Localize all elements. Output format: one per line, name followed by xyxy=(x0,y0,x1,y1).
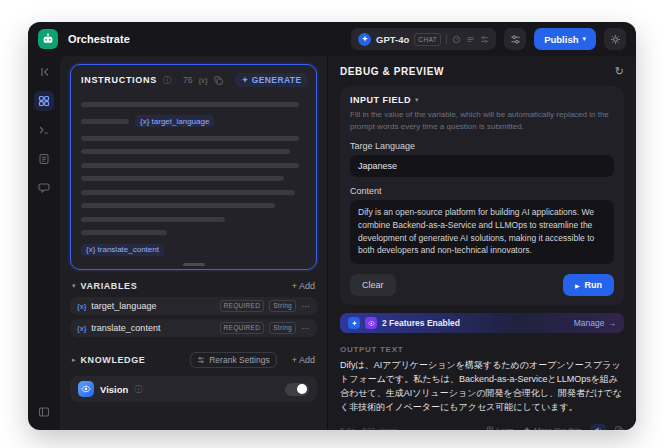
variable-token: {x} xyxy=(86,245,95,254)
logs-button[interactable]: Logs xyxy=(486,426,514,430)
debug-header: DEBUG & PREVIEW ↻ xyxy=(340,56,624,86)
variable-token: {x} xyxy=(140,117,149,126)
sliders-icon xyxy=(510,34,521,45)
model-mode-badge: CHAT xyxy=(414,33,441,46)
chevron-down-icon: ▾ xyxy=(415,96,419,104)
required-badge: REQUIRED xyxy=(220,300,265,312)
variable-row[interactable]: {x} translate_content REQUIRED String xyxy=(70,319,317,337)
knowledge-title: KNOWLEDGE xyxy=(81,355,146,365)
logs-icon xyxy=(486,426,494,430)
action-row: Clear ▶ Run xyxy=(350,274,614,296)
add-label: Add xyxy=(299,355,315,365)
variable-chip-label: target_language xyxy=(152,117,210,126)
plus-icon: + xyxy=(292,281,297,291)
header-tools-button[interactable] xyxy=(604,28,626,50)
skeleton-line xyxy=(81,119,129,124)
char-count: 76 xyxy=(183,75,192,85)
target-language-label: Targe Language xyxy=(350,141,614,151)
refresh-icon[interactable]: ↻ xyxy=(615,65,624,78)
feature-icon-1 xyxy=(348,317,360,329)
vision-toggle[interactable] xyxy=(285,383,309,396)
back-icon[interactable] xyxy=(34,62,54,82)
sparkle-icon xyxy=(523,426,531,430)
knowledge-header: ▸ KNOWLEDGE Rerank Settings +Add xyxy=(72,352,315,368)
variable-row[interactable]: {x} target_language REQUIRED String xyxy=(70,297,317,315)
copy-icon[interactable] xyxy=(214,76,223,85)
skeleton-line xyxy=(81,203,275,208)
vision-card: Vision ⓘ xyxy=(70,376,317,402)
max-tokens-icon[interactable] xyxy=(466,35,475,44)
vision-icon xyxy=(78,381,94,397)
variable-menu-icon[interactable] xyxy=(301,302,310,311)
generate-button[interactable]: GENERATE xyxy=(235,73,308,87)
model-selector[interactable]: GPT-4o CHAT xyxy=(351,28,496,50)
prompt-content[interactable]: {x} target_language {x} translate_conten… xyxy=(81,91,306,259)
app-header: Orchestrate GPT-4o CHAT Publish xyxy=(28,22,636,56)
sidebar-item-api[interactable] xyxy=(34,120,54,140)
skeleton-line xyxy=(81,149,290,154)
more-like-this-label: More like this xyxy=(534,426,581,430)
type-badge[interactable]: String xyxy=(269,322,296,334)
content-textarea[interactable]: Dify is an open-source platform for buil… xyxy=(350,200,614,264)
skeleton-line xyxy=(81,190,295,195)
skeleton-line xyxy=(81,102,299,107)
debug-title: DEBUG & PREVIEW xyxy=(340,66,444,77)
publish-label: Publish xyxy=(544,34,578,45)
features-count-text: 2 Features Enabled xyxy=(382,318,460,328)
app-icon[interactable] xyxy=(38,29,58,49)
text-to-speech-button[interactable] xyxy=(590,424,606,430)
robot-icon xyxy=(42,33,54,45)
input-field-description: Fill in the value of the variable, which… xyxy=(350,109,614,132)
input-field-header[interactable]: INPUT FIELD ▾ xyxy=(350,95,614,105)
clear-button[interactable]: Clear xyxy=(350,274,396,296)
rerank-label: Rerank Settings xyxy=(209,355,269,365)
orchestrate-panel: INSTRUCTIONS ⓘ 76 {x} GENERATE xyxy=(60,56,327,430)
sidebar-item-orchestrate[interactable] xyxy=(34,91,54,111)
sidebar-item-annotations[interactable] xyxy=(34,178,54,198)
output-meta-row: 5.6s · 521 chars Logs More like this xyxy=(340,424,624,430)
output-text: Difyは、AIアプリケーションを構築するためのオープンソースプラットフォームで… xyxy=(340,359,624,415)
variable-chip[interactable]: {x} translate_content xyxy=(81,244,164,256)
skeleton-line xyxy=(81,136,299,141)
insert-variable-icon[interactable]: {x} xyxy=(198,76,207,85)
features-bar: 2 Features Enabled Manage → xyxy=(340,313,624,333)
variable-menu-icon[interactable] xyxy=(301,324,310,333)
content-label: Content xyxy=(350,186,614,196)
model-provider-icon xyxy=(358,33,371,46)
copy-output-button[interactable] xyxy=(615,426,624,430)
output-meta: 5.6s · 521 chars xyxy=(340,426,397,430)
variable-token: {x} xyxy=(77,324,86,333)
collapse-panel-icon[interactable] xyxy=(34,402,54,422)
model-settings-icon[interactable] xyxy=(480,35,489,44)
sliders-icon xyxy=(197,356,205,364)
variable-name: translate_content xyxy=(91,323,214,333)
variables-header: ▾ VARIABLES +Add xyxy=(72,281,315,291)
skeleton-line xyxy=(81,163,299,168)
input-field-title: INPUT FIELD xyxy=(350,95,411,105)
sidebar-item-logs[interactable] xyxy=(34,149,54,169)
feature-icon-2 xyxy=(365,317,377,329)
chevron-down-icon[interactable]: ▾ xyxy=(72,282,76,290)
type-badge[interactable]: String xyxy=(269,300,296,312)
resize-handle[interactable] xyxy=(183,263,205,266)
temperature-icon[interactable] xyxy=(452,35,461,44)
chevron-right-icon[interactable]: ▸ xyxy=(72,356,76,364)
add-variable-button[interactable]: +Add xyxy=(292,281,315,291)
rerank-settings-button[interactable]: Rerank Settings xyxy=(190,352,276,368)
publish-button[interactable]: Publish ▾ xyxy=(534,28,596,50)
add-knowledge-button[interactable]: +Add xyxy=(292,355,315,365)
debug-panel: DEBUG & PREVIEW ↻ INPUT FIELD ▾ Fill in … xyxy=(327,56,636,430)
instructions-card: INSTRUCTIONS ⓘ 76 {x} GENERATE xyxy=(70,64,317,270)
info-icon: ⓘ xyxy=(163,75,171,86)
skeleton-line xyxy=(81,176,284,181)
manage-features-button[interactable]: Manage → xyxy=(574,318,616,328)
run-button[interactable]: ▶ Run xyxy=(563,274,614,296)
target-language-select[interactable]: Japanese xyxy=(350,155,614,177)
info-icon: ⓘ xyxy=(134,384,142,395)
more-like-this-button[interactable]: More like this xyxy=(523,426,581,430)
logs-label: Logs xyxy=(497,426,514,430)
app-window: Orchestrate GPT-4o CHAT Publish xyxy=(28,22,636,430)
variable-chip[interactable]: {x} target_language xyxy=(135,115,214,127)
output-text-title: OUTPUT TEXT xyxy=(340,345,624,354)
model-parameters-button[interactable] xyxy=(504,28,526,50)
